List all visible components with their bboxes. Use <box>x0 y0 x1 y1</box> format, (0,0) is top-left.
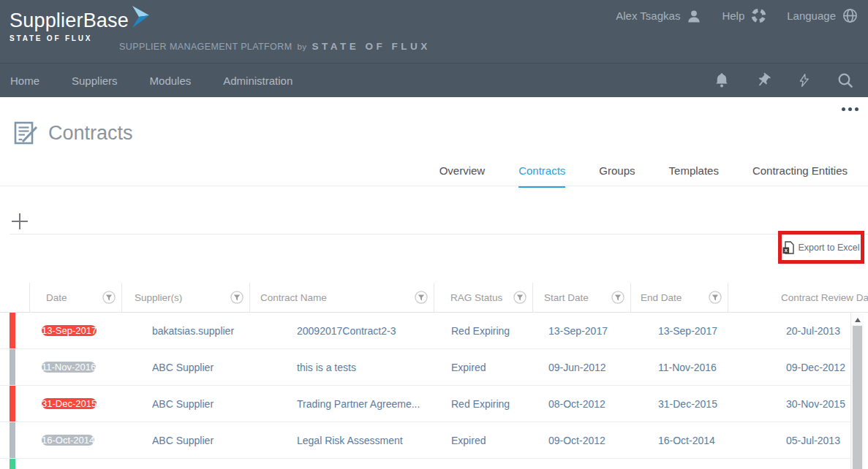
user-menu[interactable]: Alex Tsagkas <box>616 9 701 23</box>
excel-file-icon: x <box>782 241 794 254</box>
cell-rag-status: Expired <box>434 435 532 446</box>
cell-review-date: 30-Nov-2015 <box>728 398 850 410</box>
date-status-badge: 11-Nov-2016 <box>42 362 96 373</box>
rag-color-bar <box>10 313 15 348</box>
logo-arrow-icon <box>130 6 150 28</box>
table-row[interactable]: 31-Dec-2015 ABC Supplier Trading Partner… <box>0 386 850 422</box>
cell-start-date: 09-Jun-2012 <box>532 362 630 373</box>
tab-groups[interactable]: Groups <box>599 164 635 188</box>
column-header-contract-review-date[interactable]: Contract Review Dat <box>728 283 868 312</box>
filter-icon[interactable] <box>709 291 722 304</box>
rag-color-bar <box>10 422 15 458</box>
date-status-badge: 31-Dec-2015 <box>42 398 97 409</box>
add-contract-button[interactable] <box>11 213 30 232</box>
cell-contract-name: this is a tests <box>249 362 434 373</box>
date-status-badge: 13-Sep-2017 <box>42 325 97 336</box>
column-header-rag-status[interactable]: RAG Status <box>434 283 532 312</box>
help-icon <box>751 8 766 23</box>
contracts-page-icon <box>13 121 38 145</box>
tagline-by: by <box>297 42 306 51</box>
nav-item-modules[interactable]: Modules <box>150 75 192 87</box>
vertical-scrollbar[interactable] <box>851 314 864 469</box>
nav-item-administration[interactable]: Administration <box>223 75 293 87</box>
tab-overview[interactable]: Overview <box>439 164 486 188</box>
cell-supplier: ABC Supplier <box>121 435 249 446</box>
content-area: Contracts Overview Contracts Groups Temp… <box>0 97 868 469</box>
export-label: Export to Excel <box>798 243 859 253</box>
toolbar-divider <box>10 234 868 234</box>
table-row[interactable]: 13-Sep-2017 bakatsias.supplier 20092017C… <box>0 313 850 349</box>
tab-templates[interactable]: Templates <box>669 164 719 188</box>
cell-supplier: ABC Supplier <box>121 398 249 410</box>
plus-icon <box>11 213 29 230</box>
main-nav: Home Suppliers Modules Administration <box>0 63 868 97</box>
column-header-date[interactable]: Date <box>29 283 121 312</box>
rag-color-bar <box>10 386 15 422</box>
cell-rag-status: Red Expiring <box>434 398 532 410</box>
column-header-contract-name[interactable]: Contract Name <box>249 283 434 312</box>
cell-review-date: 05-Jul-2013 <box>728 435 850 446</box>
date-status-badge: 16-Oct-2014 <box>42 435 94 446</box>
filter-icon[interactable] <box>415 291 428 304</box>
cell-contract-name: Trading Partner Agreeme... <box>249 398 434 410</box>
column-header-start-date[interactable]: Start Date <box>532 283 630 312</box>
cell-start-date: 09-Oct-2012 <box>532 435 630 446</box>
cell-rag-status: Red Expiring <box>434 325 532 337</box>
lightning-icon[interactable] <box>798 72 811 88</box>
language-label: Language <box>787 9 836 22</box>
cell-supplier: bakatsias.supplier <box>121 325 249 337</box>
cell-contract-name: Legal Risk Assessment <box>249 435 434 446</box>
cell-end-date: 13-Sep-2017 <box>630 325 728 337</box>
nav-item-suppliers[interactable]: Suppliers <box>72 75 118 87</box>
highlight-box: x Export to Excel <box>778 231 864 264</box>
page-title: Contracts <box>48 122 133 145</box>
cell-end-date: 11-Nov-2016 <box>630 362 728 373</box>
table-row[interactable] <box>0 459 850 469</box>
grid-body: 13-Sep-2017 bakatsias.supplier 20092017C… <box>0 313 851 469</box>
export-to-excel-button[interactable]: x Export to Excel <box>782 241 859 254</box>
cell-contract-name: 20092017Contract2-3 <box>249 325 434 337</box>
cell-review-date: 09-Dec-2012 <box>728 362 850 373</box>
cell-start-date: 08-Oct-2012 <box>532 398 630 410</box>
tab-contracts[interactable]: Contracts <box>518 164 565 188</box>
filter-icon[interactable] <box>611 291 624 304</box>
help-label: Help <box>722 9 744 22</box>
filter-icon[interactable] <box>230 291 244 304</box>
column-header-suppliers[interactable]: Supplier(s) <box>121 283 249 312</box>
tagline-brand: STATE OF FLUX <box>312 41 430 52</box>
rag-color-bar <box>10 459 15 469</box>
more-options-button[interactable] <box>842 107 858 111</box>
cell-end-date: 31-Dec-2015 <box>630 398 728 410</box>
globe-icon <box>842 8 858 23</box>
scrollbar-up-arrow[interactable] <box>851 314 864 325</box>
cell-review-date: 20-Jul-2013 <box>728 325 850 337</box>
tab-bar: Overview Contracts Groups Templates Cont… <box>439 164 848 188</box>
table-row[interactable]: 11-Nov-2016 ABC Supplier this is a tests… <box>0 349 850 386</box>
tab-divider <box>0 186 868 186</box>
cell-supplier: ABC Supplier <box>121 362 249 373</box>
filter-icon[interactable] <box>513 291 527 304</box>
table-row[interactable]: 16-Oct-2014 ABC Supplier Legal Risk Asse… <box>0 422 850 459</box>
logo[interactable]: SupplierBase STATE OF FLUX <box>10 9 150 42</box>
app-header: SupplierBase STATE OF FLUX SUPPLIER MANA… <box>0 0 868 63</box>
cell-start-date: 13-Sep-2017 <box>532 325 630 337</box>
tagline-text: SUPPLIER MANAGEMENT PLATFORM <box>119 42 292 52</box>
logo-title: SupplierBase <box>10 9 129 32</box>
tab-contracting-entities[interactable]: Contracting Entities <box>752 164 848 188</box>
platform-tagline: SUPPLIER MANAGEMENT PLATFORM by STATE OF… <box>119 41 431 52</box>
pin-icon[interactable] <box>755 72 771 88</box>
cell-rag-status: Expired <box>434 362 532 373</box>
contracts-grid: Date Supplier(s) Contract Name RAG Statu… <box>0 283 868 469</box>
language-menu[interactable]: Language <box>787 8 858 23</box>
help-menu[interactable]: Help <box>722 8 766 23</box>
header-spacer <box>0 283 29 312</box>
nav-item-home[interactable]: Home <box>10 75 39 87</box>
search-icon[interactable] <box>837 72 853 88</box>
scrollbar-thumb[interactable] <box>853 326 862 469</box>
grid-header-row: Date Supplier(s) Contract Name RAG Statu… <box>0 283 868 313</box>
cell-end-date: 16-Oct-2014 <box>630 435 728 446</box>
rag-color-bar <box>10 349 15 385</box>
notifications-bell-icon[interactable] <box>714 72 729 88</box>
filter-icon[interactable] <box>102 291 116 304</box>
column-header-end-date[interactable]: End Date <box>630 283 728 312</box>
